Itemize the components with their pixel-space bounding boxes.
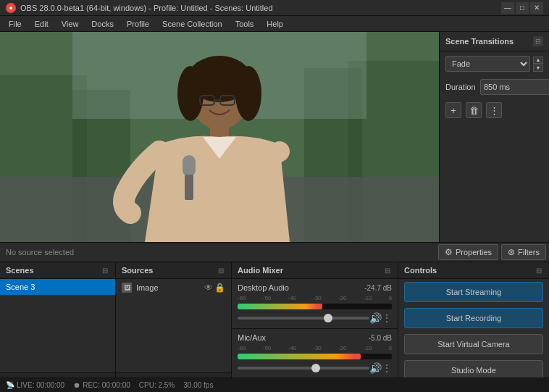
source-actions: 👁 🔒 xyxy=(204,283,225,293)
live-icon: 📡 xyxy=(6,381,14,389)
cpu-label: CPU: 2.5% xyxy=(139,381,175,389)
scenes-dock-button[interactable]: ⊟ xyxy=(101,266,109,275)
sources-panel-header: Sources ⊟ xyxy=(116,262,231,279)
source-image-icon: 🖼 xyxy=(122,283,132,293)
top-section: Scene Transitions ⊟ Fade Cut Swipe Slide… xyxy=(0,32,549,242)
duration-label: Duration xyxy=(445,83,477,91)
scenes-panel: Scenes ⊟ Scene 3 + 🗑 ⚙ ∧ ∨ xyxy=(0,262,116,392)
rec-label: REC: 00:00:00 xyxy=(83,381,130,389)
main-layout: Scene Transitions ⊟ Fade Cut Swipe Slide… xyxy=(0,32,549,392)
properties-label: Properties xyxy=(456,248,492,257)
duration-input[interactable] xyxy=(480,79,549,95)
transition-action-buttons: + 🗑 ⋮ xyxy=(440,98,549,122)
desktop-audio-level: -24.7 dB xyxy=(364,284,392,292)
scenes-list: Scene 3 xyxy=(0,279,115,372)
preview-canvas xyxy=(0,32,439,242)
menu-docks[interactable]: Docks xyxy=(85,18,120,30)
filters-button[interactable]: ⊛ Filters xyxy=(501,244,546,260)
sources-title: Sources xyxy=(122,266,153,275)
bottom-section: Scenes ⊟ Scene 3 + 🗑 ⚙ ∧ ∨ Sources ⊟ xyxy=(0,262,549,392)
live-status: 📡 LIVE: 00:00:00 xyxy=(6,381,64,389)
transition-spin-buttons: ▲ ▼ xyxy=(533,57,543,72)
scenes-panel-header: Scenes ⊟ xyxy=(0,262,115,279)
mic-aux-options-button[interactable]: ⋮ xyxy=(382,362,392,374)
sources-list: 🖼 Image 👁 🔒 xyxy=(116,279,231,372)
menu-bar: File Edit View Docks Profile Scene Colle… xyxy=(0,16,549,32)
properties-button[interactable]: ⚙ Properties xyxy=(438,244,498,260)
controls-dock-button[interactable]: ⊟ xyxy=(535,266,543,275)
scenes-title: Scenes xyxy=(6,266,34,275)
menu-profile[interactable]: Profile xyxy=(121,18,155,30)
close-button[interactable]: ✕ xyxy=(530,2,543,14)
transition-options-button[interactable]: ⋮ xyxy=(486,102,502,118)
scene-item[interactable]: Scene 3 xyxy=(0,279,115,295)
transition-spin-down[interactable]: ▼ xyxy=(533,64,543,72)
desktop-audio-meter-bar xyxy=(238,304,322,309)
desktop-audio-name: Desktop Audio xyxy=(238,283,289,292)
desktop-audio-volume-slider[interactable] xyxy=(238,317,369,320)
menu-tools[interactable]: Tools xyxy=(230,18,260,30)
audio-mixer-title: Audio Mixer xyxy=(238,266,283,275)
remove-transition-button[interactable]: 🗑 xyxy=(466,102,482,118)
mic-aux-name: Mic/Aux xyxy=(238,333,266,342)
maximize-button[interactable]: □ xyxy=(516,2,529,14)
desktop-audio-meter-labels: -60-50-40-30-20-100 xyxy=(238,295,392,301)
live-label: LIVE: 00:00:00 xyxy=(17,381,64,389)
svg-rect-16 xyxy=(185,175,193,200)
mic-aux-header: Mic/Aux -5.0 dB xyxy=(238,333,392,342)
controls-panel-header: Controls ⊟ xyxy=(398,262,549,279)
start-recording-button[interactable]: Start Recording xyxy=(404,308,543,328)
window-title: OBS 28.0.0-beta1 (64-bit, windows) - Pro… xyxy=(20,4,501,12)
menu-edit[interactable]: Edit xyxy=(29,18,54,30)
transition-type-row: Fade Cut Swipe Slide ▲ ▼ xyxy=(440,51,549,76)
mic-aux-level: -5.0 dB xyxy=(369,334,392,342)
add-transition-button[interactable]: + xyxy=(445,102,461,118)
desktop-audio-footer: 🔊 ⋮ xyxy=(238,312,392,324)
transition-spin-up[interactable]: ▲ xyxy=(533,57,543,64)
mic-aux-meter-labels: -60-50-40-30-20-100 xyxy=(238,345,392,351)
desktop-audio-mute-button[interactable]: 🔊 xyxy=(369,312,382,324)
audio-mixer-header: Audio Mixer ⊟ xyxy=(232,262,398,279)
mic-aux-volume-slider[interactable] xyxy=(238,367,369,370)
desktop-audio-meter xyxy=(238,304,392,309)
rec-status: ⏺ REC: 00:00:00 xyxy=(73,381,130,389)
menu-file[interactable]: File xyxy=(3,18,28,30)
cpu-status: CPU: 2.5% xyxy=(139,381,175,389)
scene-transitions-panel: Scene Transitions ⊟ Fade Cut Swipe Slide… xyxy=(439,32,549,242)
fps-status: 30.00 fps xyxy=(183,381,213,389)
menu-view[interactable]: View xyxy=(56,18,85,30)
duration-row: Duration ▲ ▼ xyxy=(440,76,549,98)
mic-aux-mute-button[interactable]: 🔊 xyxy=(369,362,382,374)
scene-transitions-header: Scene Transitions ⊟ xyxy=(440,32,549,51)
sources-dock-button[interactable]: ⊟ xyxy=(217,266,225,275)
controls-title: Controls xyxy=(404,266,437,275)
fps-label: 30.00 fps xyxy=(183,381,213,389)
mic-aux-track: Mic/Aux -5.0 dB -60-50-40-30-20-100 🔊 ⋮ xyxy=(232,329,398,379)
svg-point-9 xyxy=(177,66,204,121)
status-bar: 📡 LIVE: 00:00:00 ⏺ REC: 00:00:00 CPU: 2.… xyxy=(0,378,549,392)
start-virtual-camera-button[interactable]: Start Virtual Camera xyxy=(404,334,543,354)
source-visible-button[interactable]: 👁 xyxy=(204,283,213,293)
mic-aux-meter-bar xyxy=(238,354,361,359)
scene-transitions-dock-button[interactable]: ⊟ xyxy=(533,36,543,46)
menu-help[interactable]: Help xyxy=(261,18,289,30)
window-controls: — □ ✕ xyxy=(501,2,543,14)
source-lock-button[interactable]: 🔒 xyxy=(214,283,225,293)
desktop-audio-options-button[interactable]: ⋮ xyxy=(382,312,392,324)
svg-point-10 xyxy=(235,66,261,121)
app-icon: ● xyxy=(6,3,16,13)
preview-area xyxy=(0,32,439,242)
scene-transitions-title: Scene Transitions xyxy=(445,37,514,46)
start-streaming-button[interactable]: Start Streaming xyxy=(404,282,543,302)
minimize-button[interactable]: — xyxy=(501,2,514,14)
toolbar-row: No source selected ⚙ Properties ⊛ Filter… xyxy=(0,242,549,262)
mic-aux-footer: 🔊 ⋮ xyxy=(238,362,392,374)
audio-mixer-dock-button[interactable]: ⊟ xyxy=(383,266,392,275)
title-bar: ● OBS 28.0.0-beta1 (64-bit, windows) - P… xyxy=(0,0,549,16)
transition-type-select[interactable]: Fade Cut Swipe Slide xyxy=(445,56,530,72)
source-item[interactable]: 🖼 Image 👁 🔒 xyxy=(116,279,231,296)
menu-scene-collection[interactable]: Scene Collection xyxy=(156,18,228,30)
rec-icon: ⏺ xyxy=(73,381,80,389)
sources-panel: Sources ⊟ 🖼 Image 👁 🔒 + 🗑 ⚙ ∧ ∨ xyxy=(116,262,232,392)
mic-aux-meter xyxy=(238,354,392,359)
